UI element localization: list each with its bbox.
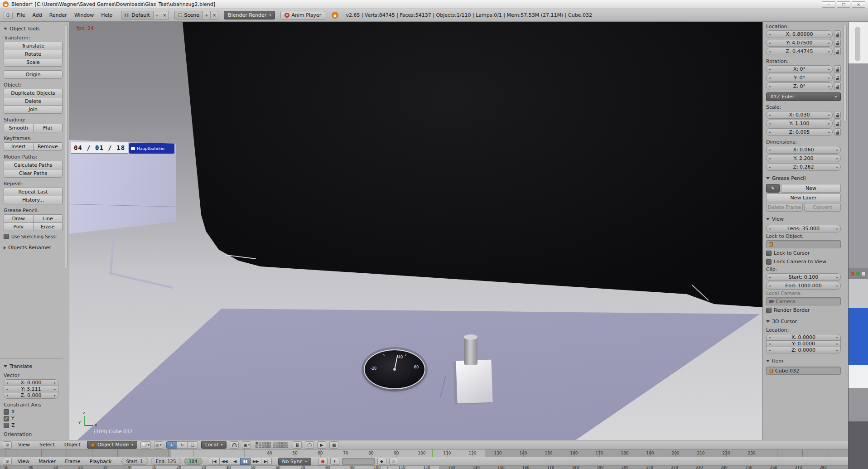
duplicate-objects-button[interactable]: Duplicate Objects — [4, 89, 63, 97]
close-button[interactable]: × — [852, 1, 865, 8]
gp-erase-button[interactable]: Erase — [33, 222, 63, 231]
gp-poly-button[interactable]: Poly — [4, 222, 34, 231]
cursor-panel-header[interactable]: 3D Cursor — [766, 319, 841, 324]
menu-help[interactable]: Help — [98, 11, 116, 19]
repeat-last-button[interactable]: Repeat Last — [4, 188, 63, 196]
constraint-y-checkbox[interactable]: ✓ — [4, 416, 9, 421]
opengl-render-still-button[interactable]: ◯ — [305, 441, 314, 449]
vector-y-field[interactable]: Y: 3.111 — [4, 386, 58, 392]
grease-pencil-draw-icon[interactable]: ✎ — [766, 184, 780, 193]
delete-button[interactable]: Delete — [4, 97, 63, 106]
menu-file[interactable]: File — [14, 11, 28, 19]
vector-z-field[interactable]: Z: 0.000 — [4, 392, 58, 399]
lock-icon[interactable] — [834, 111, 841, 119]
vector-x-field[interactable]: X: 0.000 — [4, 379, 58, 386]
rotate-button[interactable]: Rotate — [4, 50, 63, 58]
add-screen-layout-button[interactable]: + — [154, 11, 161, 19]
lock-to-cursor-checkbox[interactable] — [766, 251, 772, 256]
cursor-y-field[interactable]: Y: 0.0000 — [766, 340, 841, 347]
current-frame-field[interactable]: 104 — [184, 458, 203, 465]
rotation-y-field[interactable]: Y: 0° — [766, 74, 833, 82]
gp-delete-frame-button[interactable]: Delete Frame — [766, 203, 803, 212]
local-camera-field[interactable]: Camera — [766, 297, 841, 305]
manipulator-translate-toggle[interactable]: + — [166, 441, 177, 449]
keying-set-field[interactable] — [342, 458, 375, 465]
rotation-mode-dropdown[interactable]: XYZ Euler ▾ — [766, 92, 841, 101]
gp-draw-button[interactable]: Draw — [4, 214, 34, 223]
snap-element-dropdown[interactable]: ▣▾ — [242, 441, 251, 449]
gp-new-layer-button[interactable]: New Layer — [766, 193, 841, 202]
add-scene-button[interactable]: + — [203, 11, 211, 19]
delete-screen-layout-button[interactable]: × — [161, 11, 169, 19]
jump-to-start-button[interactable]: |◀ — [209, 458, 220, 465]
transform-orientation-dropdown[interactable]: Local ▾ — [201, 441, 227, 449]
use-sketching-session-checkbox[interactable] — [4, 234, 9, 239]
scale-button[interactable]: Scale — [4, 58, 63, 67]
timeline2-ruler-sliver[interactable]: -50-40-30-20-100102030405060708090100110… — [0, 465, 848, 469]
location-z-field[interactable]: Z: 0.44745 — [766, 48, 833, 55]
pivot-point-dropdown[interactable]: ◎▾ — [154, 441, 163, 449]
view3d-menu-object[interactable]: Object — [61, 441, 84, 449]
cursor-z-field[interactable]: Z: 0.0000 — [766, 347, 841, 353]
frame-end-field[interactable]: End: 125 — [151, 458, 181, 465]
manipulator-scale-toggle[interactable]: □ — [187, 441, 198, 449]
dimensions-y-field[interactable]: Y: 2.200 — [766, 155, 841, 162]
dimensions-x-field[interactable]: X: 0.060 — [766, 146, 841, 154]
delete-scene-button[interactable]: × — [211, 11, 218, 19]
lock-icon[interactable] — [834, 39, 841, 47]
history-button[interactable]: History... — [4, 196, 63, 204]
object-tools-panel-header[interactable]: Object Tools — [4, 26, 63, 32]
rotation-x-field[interactable]: X: 0° — [766, 65, 833, 73]
maximize-button[interactable]: □ — [837, 1, 850, 8]
menu-render[interactable]: Render — [46, 11, 70, 19]
flat-button[interactable]: Flat — [33, 124, 63, 132]
view-panel-header[interactable]: View — [766, 216, 841, 222]
lock-icon[interactable] — [834, 128, 841, 136]
calculate-paths-button[interactable]: Calculate Paths — [4, 161, 63, 169]
insert-keyframe-button[interactable]: Insert — [4, 142, 34, 151]
view3d-menu-select[interactable]: Select — [36, 441, 58, 449]
location-x-field[interactable]: X: 0.80000 — [766, 30, 833, 38]
editor-type-info-icon[interactable]: ⓘ — [4, 12, 13, 19]
lock-icon[interactable] — [834, 65, 841, 73]
viewport-3d[interactable]: 04 / 01 / 18 Hauptbahnho -20 40 60 fps: … — [69, 22, 762, 440]
render-border-checkbox[interactable] — [766, 308, 772, 313]
layers-widget[interactable] — [256, 442, 288, 448]
lock-camera-checkbox[interactable] — [766, 259, 772, 265]
manipulator-rotate-toggle[interactable]: ↻ — [177, 441, 188, 449]
render-layers-button[interactable]: ▦ — [329, 441, 338, 449]
current-frame-playhead[interactable] — [387, 466, 388, 469]
sync-dropdown[interactable]: No Sync ▾ — [278, 458, 311, 465]
constraint-z-checkbox[interactable] — [4, 423, 9, 428]
screen-layout-field[interactable]: Default — [121, 11, 153, 19]
timeline-menu-frame[interactable]: Frame — [62, 458, 83, 465]
mode-dropdown[interactable]: Object Mode ▾ — [87, 441, 137, 449]
snap-toggle[interactable] — [230, 441, 239, 449]
clip-start-field[interactable]: Start: 0.100 — [766, 273, 841, 281]
current-frame-playhead[interactable] — [432, 450, 433, 457]
timeline-menu-playback[interactable]: Playback — [86, 458, 115, 465]
auto-keyframe-record-toggle[interactable]: ● — [318, 458, 328, 465]
grease-pencil-panel-header[interactable]: Grease Pencil — [766, 175, 841, 181]
n-panel-scrollbar[interactable] — [844, 24, 847, 122]
rotation-z-field[interactable]: Z: 0° — [766, 82, 833, 90]
item-panel-header[interactable]: Item — [766, 358, 841, 364]
next-keyframe-button[interactable]: ▶▶ — [251, 458, 261, 465]
gp-line-button[interactable]: Line — [33, 214, 63, 223]
scene-field[interactable]: Scene — [174, 11, 203, 19]
clip-end-field[interactable]: End: 1000.000 — [766, 282, 841, 290]
delete-keyframe-icon-button[interactable]: ◇ — [389, 458, 398, 465]
throttle-lever-base[interactable] — [456, 360, 492, 404]
translate-button[interactable]: Translate — [4, 42, 63, 50]
play-reverse-button[interactable]: ◀ — [230, 458, 241, 465]
lock-icon[interactable] — [834, 74, 841, 82]
editor-type-3dview-icon[interactable]: ⊞ — [3, 441, 12, 449]
cursor-x-field[interactable]: X: 0.0000 — [766, 334, 841, 341]
auto-key-mode-dropdown[interactable]: ▾ — [330, 458, 339, 465]
throttle-lever-handle[interactable] — [464, 337, 477, 365]
destination-sign-panel[interactable]: 04 / 01 / 18 Hauptbahnho — [69, 137, 178, 235]
gp-convert-button[interactable]: Convert — [804, 203, 841, 212]
viewport-shading-dropdown[interactable]: ▾ — [140, 441, 151, 449]
lens-field[interactable]: Lens: 35.000 — [766, 225, 841, 232]
lock-icon[interactable] — [834, 48, 841, 55]
